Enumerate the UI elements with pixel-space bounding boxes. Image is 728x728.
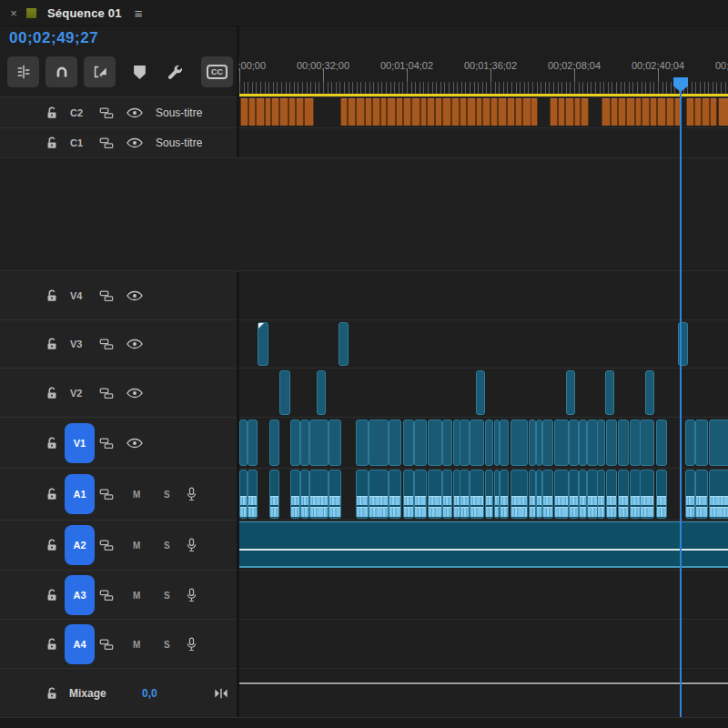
- timeline-clip[interactable]: [239, 521, 728, 568]
- sync-lock-icon[interactable]: [99, 637, 114, 652]
- timeline-clip[interactable]: [365, 98, 372, 126]
- sync-lock-icon[interactable]: [99, 288, 114, 303]
- timeline-clip[interactable]: [626, 98, 635, 126]
- timeline-clip[interactable]: [569, 470, 579, 519]
- timeline-clip[interactable]: [511, 420, 528, 466]
- keyframes-icon[interactable]: [214, 687, 228, 699]
- timeline-clip[interactable]: [695, 420, 708, 466]
- timeline-clip[interactable]: [372, 98, 380, 126]
- timeline-clip[interactable]: [290, 420, 300, 466]
- timeline-clip[interactable]: [569, 420, 579, 466]
- solo-button[interactable]: S: [164, 639, 170, 649]
- track-name-v4[interactable]: V4: [70, 290, 82, 301]
- timeline-clip[interactable]: [511, 470, 528, 519]
- timeline-clip[interactable]: [304, 98, 314, 126]
- timeline-clip[interactable]: [597, 470, 605, 519]
- eye-icon[interactable]: [126, 290, 143, 301]
- lock-icon[interactable]: [45, 386, 59, 400]
- timeline-clip[interactable]: [389, 470, 401, 519]
- sync-lock-icon[interactable]: [99, 588, 114, 602]
- timeline-clip[interactable]: [500, 420, 509, 466]
- timeline-clip[interactable]: [685, 420, 695, 466]
- timeline-clip[interactable]: [329, 470, 341, 519]
- lock-icon[interactable]: [45, 588, 59, 602]
- timeline-clip[interactable]: [317, 370, 326, 415]
- timeline-clip[interactable]: [645, 370, 654, 415]
- timeline-clip[interactable]: [442, 98, 451, 126]
- track-target-badge-a2[interactable]: A2: [65, 525, 95, 565]
- mic-icon[interactable]: [186, 487, 197, 501]
- lock-icon[interactable]: [45, 136, 59, 150]
- timeline-clip[interactable]: [389, 420, 401, 466]
- timeline-clip[interactable]: [265, 98, 271, 126]
- timeline-clip[interactable]: [460, 98, 467, 126]
- timeline-clip[interactable]: [536, 470, 542, 519]
- timeline-clip[interactable]: [554, 420, 569, 466]
- lock-icon[interactable]: [45, 637, 59, 652]
- timeline-clip[interactable]: [482, 98, 490, 126]
- track-lane-master[interactable]: [239, 668, 728, 717]
- timeline-clip[interactable]: [485, 470, 493, 519]
- timeline-clip[interactable]: [279, 370, 290, 415]
- timeline-clip[interactable]: [269, 470, 279, 519]
- track-lane-a4[interactable]: [239, 619, 728, 668]
- sync-lock-icon[interactable]: [99, 106, 114, 120]
- timeline-clip[interactable]: [529, 470, 536, 519]
- lock-icon[interactable]: [45, 106, 59, 120]
- timeline-clip[interactable]: [694, 98, 702, 126]
- timeline-clip[interactable]: [605, 370, 614, 415]
- timeline-clip[interactable]: [288, 98, 296, 126]
- timeline-clip[interactable]: [269, 420, 279, 466]
- timeline-clip[interactable]: [498, 98, 507, 126]
- current-timecode[interactable]: 00;02;49;27: [9, 29, 98, 47]
- timeline-clip[interactable]: [309, 470, 329, 519]
- timeline-clip[interactable]: [618, 470, 629, 519]
- timeline-clip[interactable]: [476, 98, 482, 126]
- lock-icon[interactable]: [45, 288, 59, 303]
- timeline-clip[interactable]: [258, 322, 268, 366]
- timeline-clip[interactable]: [427, 98, 435, 126]
- timeline-clip[interactable]: [640, 420, 654, 466]
- timeline-clip[interactable]: [356, 98, 365, 126]
- track-lane-a3[interactable]: [239, 570, 728, 619]
- timeline-clip[interactable]: [606, 470, 617, 519]
- master-volume-line[interactable]: [239, 682, 728, 684]
- track-lane-a2[interactable]: [239, 520, 728, 570]
- timeline-clip[interactable]: [685, 470, 695, 519]
- timeline-clip[interactable]: [420, 98, 427, 126]
- track-name-v3[interactable]: V3: [70, 339, 82, 349]
- timeline-clip[interactable]: [485, 420, 493, 466]
- timeline-clip[interactable]: [500, 470, 509, 519]
- sync-lock-icon[interactable]: [99, 337, 114, 351]
- timeline-clip[interactable]: [618, 420, 629, 466]
- timeline-clip[interactable]: [356, 420, 369, 466]
- time-ruler[interactable]: 00;00;00;0000;00;32;0000;01;04;0200;01;3…: [238, 55, 728, 94]
- master-gain-value[interactable]: 0,0: [142, 687, 157, 700]
- solo-button[interactable]: S: [164, 541, 170, 551]
- sequence-tab-title[interactable]: Séquence 01: [47, 6, 122, 20]
- track-lane-a1[interactable]: [239, 468, 728, 520]
- lock-icon[interactable]: [45, 538, 59, 552]
- timeline-clip[interactable]: [666, 98, 674, 126]
- track-lane-v3[interactable]: [239, 319, 728, 368]
- timeline-clip[interactable]: [597, 420, 605, 466]
- timeline-clip[interactable]: [348, 98, 356, 126]
- captions-button[interactable]: CC: [201, 56, 233, 87]
- eye-icon[interactable]: [126, 137, 143, 148]
- timeline-clip[interactable]: [248, 98, 256, 126]
- mute-button[interactable]: M: [133, 590, 140, 600]
- timeline-clip[interactable]: [515, 98, 522, 126]
- timeline-clip[interactable]: [470, 470, 484, 519]
- timeline-clip[interactable]: [606, 420, 617, 466]
- timeline-clip[interactable]: [256, 98, 265, 126]
- timeline-clip[interactable]: [709, 470, 728, 519]
- timeline-clip[interactable]: [403, 470, 414, 519]
- track-lane-v2[interactable]: [239, 368, 728, 417]
- timeline-clip[interactable]: [239, 420, 248, 466]
- track-lane-c2[interactable]: [239, 96, 728, 127]
- timeline-clip[interactable]: [702, 98, 710, 126]
- timeline-clip[interactable]: [536, 420, 542, 466]
- track-lane-v1[interactable]: [239, 417, 728, 468]
- timeline-clip[interactable]: [554, 470, 569, 519]
- mute-button[interactable]: M: [133, 490, 140, 500]
